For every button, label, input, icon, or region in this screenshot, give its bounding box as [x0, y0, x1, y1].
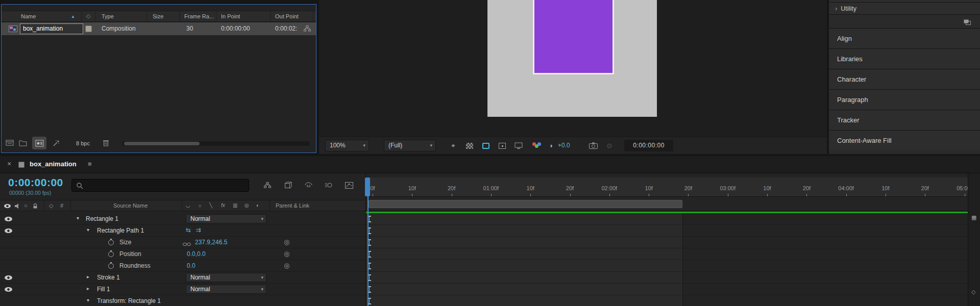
blend-mode-dropdown[interactable]: Normal▾: [186, 285, 266, 294]
stopwatch-icon[interactable]: [108, 263, 114, 269]
blend-mode-dropdown[interactable]: Normal▾: [186, 273, 266, 282]
visibility-eye-icon[interactable]: [5, 275, 12, 280]
link-dimensions-icon[interactable]: [183, 240, 191, 249]
column-type[interactable]: Type: [102, 13, 114, 19]
disclosure-chevron-icon[interactable]: ▾: [87, 297, 89, 303]
panel-group-utility[interactable]: ›Utility: [829, 3, 980, 15]
graph-editor-icon[interactable]: [343, 180, 355, 190]
column-divider[interactable]: [313, 11, 313, 21]
motion-blur-icon[interactable]: ◎: [244, 202, 249, 208]
project-item-row[interactable]: box_animation Composition 30 0:00:00:00 …: [2, 22, 316, 35]
column-out-point[interactable]: Out Point: [275, 13, 299, 19]
search-input[interactable]: [71, 179, 249, 192]
horizontal-scrollbar[interactable]: [122, 141, 310, 146]
work-area-bar[interactable]: [369, 200, 682, 208]
region-of-interest-icon[interactable]: [496, 140, 509, 151]
shy-icon[interactable]: ◡: [186, 202, 190, 208]
audio-icon[interactable]: [14, 203, 20, 209]
timeline-row-rectangle-path-1[interactable]: ▾Rectangle Path 1⇆ ⇉: [0, 225, 365, 237]
track-row[interactable]: [366, 237, 968, 248]
eye-icon[interactable]: [4, 204, 11, 208]
resolution-dropdown[interactable]: (Full) ▾: [384, 140, 436, 151]
property-value[interactable]: 0.0,0.0: [187, 250, 206, 258]
track-row[interactable]: [366, 272, 968, 284]
solo-icon[interactable]: ○: [24, 202, 28, 209]
parent-link-column[interactable]: Parent & Link: [276, 202, 309, 209]
track-row[interactable]: [366, 295, 968, 306]
shape-path-icons[interactable]: ⇆ ⇉: [186, 226, 202, 234]
sort-ascending-icon[interactable]: ▲: [71, 14, 75, 19]
column-divider[interactable]: [216, 11, 216, 21]
exposure-icon[interactable]: ◑: [546, 140, 556, 151]
lock-icon[interactable]: [32, 203, 38, 209]
choose-grid-guides-icon[interactable]: ⌖: [447, 140, 460, 151]
marker-bin-icon[interactable]: ◇: [971, 289, 975, 295]
track-row[interactable]: [366, 225, 968, 237]
visibility-eye-icon[interactable]: [5, 287, 12, 292]
transparency-grid-icon[interactable]: [463, 140, 476, 151]
label-color-column-icon[interactable]: ◇: [49, 202, 53, 209]
timeline-tab-title[interactable]: box_animation: [30, 160, 77, 168]
track-row[interactable]: [366, 213, 968, 225]
column-divider[interactable]: [95, 11, 96, 21]
property-value[interactable]: 0.0: [187, 262, 195, 269]
playhead-handle[interactable]: [365, 177, 370, 196]
disclosure-chevron-icon[interactable]: ▸: [87, 274, 89, 279]
adjustment-layer-icon[interactable]: ◐: [256, 202, 259, 208]
exposure-value[interactable]: +0.0: [558, 142, 570, 149]
show-channels-icon[interactable]: [531, 140, 543, 151]
project-item-name[interactable]: box_animation: [20, 23, 83, 34]
preview-timecode[interactable]: 0:00:00:00: [624, 140, 673, 151]
frame-blend-icon[interactable]: ▥: [233, 202, 237, 208]
label-color-chip[interactable]: [85, 26, 92, 32]
track-row[interactable]: [366, 284, 968, 295]
panel-tab-align[interactable]: Align: [829, 28, 980, 48]
panel-menu-icon[interactable]: ≡: [88, 160, 92, 168]
column-divider[interactable]: [270, 11, 271, 21]
visibility-eye-icon[interactable]: [5, 217, 12, 221]
timeline-row-stroke-1[interactable]: ▸Stroke 1Normal▾: [0, 272, 365, 284]
fx-icon[interactable]: fx: [221, 202, 225, 208]
column-name[interactable]: Name: [21, 13, 36, 19]
purple-rectangle-shape[interactable]: [533, 0, 614, 74]
track-row[interactable]: [366, 248, 968, 260]
panel-tab-tracker[interactable]: Tracker: [829, 110, 980, 130]
screen-layout-icon[interactable]: [512, 140, 525, 151]
color-depth-button[interactable]: 8 bpc: [76, 140, 90, 146]
playhead-line[interactable]: [368, 177, 369, 306]
interpret-footage-icon[interactable]: [6, 139, 14, 146]
timeline-row-fill-1[interactable]: ▸Fill 1Normal▾: [0, 284, 365, 295]
label-color-column-icon[interactable]: ◇: [86, 13, 90, 19]
timeline-row-roundness[interactable]: Roundness0.0◎: [0, 260, 365, 272]
new-composition-button[interactable]: [32, 137, 46, 149]
new-folder-icon[interactable]: [19, 140, 27, 146]
disclosure-chevron-icon[interactable]: ▸: [87, 286, 89, 291]
pickwhip-icon[interactable]: ◎: [284, 250, 289, 258]
column-in-point[interactable]: In Point: [221, 13, 240, 19]
draft-3d-icon[interactable]: [282, 180, 294, 190]
panel-tab-paragraph[interactable]: Paragraph: [829, 89, 980, 110]
magnification-dropdown[interactable]: 100% ▾: [325, 140, 369, 151]
quality-icon[interactable]: ╲: [209, 202, 212, 208]
column-divider[interactable]: [81, 11, 82, 21]
blend-mode-dropdown[interactable]: Normal▾: [186, 214, 266, 223]
timeline-row-size[interactable]: Size237.9,246.5◎: [0, 237, 365, 248]
track-row[interactable]: [366, 260, 968, 272]
stopwatch-icon[interactable]: [108, 240, 114, 245]
composition-canvas[interactable]: [487, 0, 657, 117]
hide-shy-layers-icon[interactable]: [302, 180, 314, 190]
take-snapshot-icon[interactable]: [586, 140, 600, 151]
scrollbar-thumb[interactable]: [124, 142, 200, 145]
column-divider[interactable]: [179, 11, 180, 21]
panel-tab-libraries[interactable]: Libraries: [829, 48, 980, 69]
column-size[interactable]: Size: [153, 13, 163, 19]
close-icon[interactable]: ×: [7, 160, 11, 168]
collapse-transformations-icon[interactable]: ☼: [198, 202, 202, 208]
pickwhip-icon[interactable]: ◎: [284, 262, 289, 269]
pickwhip-icon[interactable]: ◎: [284, 238, 289, 246]
timeline-row-rectangle-1[interactable]: ▾Rectangle 1Normal▾: [0, 213, 365, 225]
panel-tab-character[interactable]: Character: [829, 69, 980, 89]
stopwatch-icon[interactable]: [108, 251, 114, 257]
visibility-eye-icon[interactable]: [5, 228, 12, 233]
motion-blur-enable-icon[interactable]: [323, 180, 335, 190]
